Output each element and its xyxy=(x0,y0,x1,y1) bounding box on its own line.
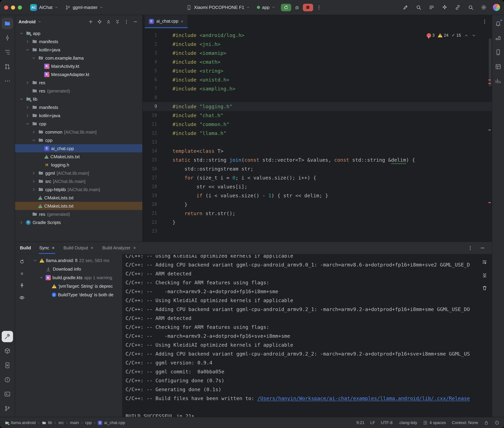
editor-tab-options-icon[interactable] xyxy=(480,17,489,26)
tree-item-src[interactable]: src[AiChat.lib.main] xyxy=(15,177,142,185)
soft-wrap-icon[interactable] xyxy=(480,258,489,266)
tree-item-com-example-llama[interactable]: com.example.llama xyxy=(15,54,142,62)
build-toolwindow-icon[interactable] xyxy=(2,331,13,342)
code-line-9[interactable]: 9#include "logging.h" xyxy=(143,102,492,111)
hide-panel-icon[interactable] xyxy=(131,18,139,25)
structure-view-icon[interactable] xyxy=(427,3,436,12)
chevron-right-icon[interactable] xyxy=(25,113,30,118)
inspections-summary[interactable]: !3!24✓15 xyxy=(427,31,476,40)
code-line-23[interactable]: 23 xyxy=(143,227,492,236)
problems-toolwindow-icon[interactable] xyxy=(2,374,13,385)
minimize-window-button[interactable] xyxy=(11,5,15,9)
terminal-toolwindow-icon[interactable] xyxy=(2,388,13,400)
chevron-right-icon[interactable] xyxy=(31,179,36,183)
code-line-3[interactable]: 3#include <iomanip> xyxy=(143,49,492,58)
code-line-21[interactable]: 21 return str.str(); xyxy=(143,209,492,218)
code-line-8[interactable]: 8 xyxy=(143,93,492,102)
editor-scrollbar[interactable] xyxy=(489,38,491,86)
tree-item-common[interactable]: common[AiChat.lib.main] xyxy=(15,128,142,136)
chevron-down-icon[interactable] xyxy=(18,97,24,101)
tree-item-res[interactable]: res(generated) xyxy=(15,87,142,95)
tree-item-cpp[interactable]: cpp xyxy=(15,120,142,128)
debug-button[interactable] xyxy=(292,3,301,12)
tree-item-messageadapter-kt[interactable]: KMessageAdapter.kt xyxy=(15,70,142,78)
caret-position[interactable]: 9:21 xyxy=(356,420,364,425)
code-line-2[interactable]: 2#include <jni.h> xyxy=(143,40,492,49)
tree-item-lib[interactable]: lib xyxy=(15,95,142,103)
code-line-19[interactable]: 19 if (i < values.size() - 1) { str << d… xyxy=(143,191,492,200)
chevron-right-icon[interactable] xyxy=(25,39,30,44)
warning-count[interactable]: !24 xyxy=(438,31,448,40)
prev-problem-icon[interactable] xyxy=(464,33,469,38)
tree-item-cmakelists-txt[interactable]: CMakeLists.txt xyxy=(15,194,142,202)
code-line-14[interactable]: 14template<class T> xyxy=(143,147,492,156)
commit-toolwindow-icon[interactable] xyxy=(2,32,13,43)
add-icon[interactable] xyxy=(87,18,94,25)
pin-tab-icon[interactable] xyxy=(18,281,26,290)
tree-item-logging-h[interactable]: Hlogging.h xyxy=(15,161,142,169)
structure-toolwindow-icon[interactable] xyxy=(2,47,13,58)
code-line-11[interactable]: 11#include "common.h" xyxy=(143,120,492,129)
chevron-down-icon[interactable] xyxy=(25,48,30,52)
device-selector[interactable]: Xiaomi POCOPHONE F1 xyxy=(184,4,253,11)
ai-edit-icon[interactable] xyxy=(401,3,410,12)
tree-item-res[interactable]: res xyxy=(15,78,142,87)
readonly-toggle[interactable] xyxy=(484,420,489,425)
packages-toolwindow-icon[interactable] xyxy=(2,345,13,357)
code-line-15[interactable]: 15static std::string join(const std::vec… xyxy=(143,156,492,165)
code-line-4[interactable]: 4#include <cmath> xyxy=(143,58,492,66)
chevron-down-icon[interactable] xyxy=(25,121,30,126)
code-line-5[interactable]: 5#include <string> xyxy=(143,66,492,75)
close-tab-icon[interactable]: × xyxy=(181,19,183,24)
next-problem-icon[interactable] xyxy=(472,33,476,38)
console-link[interactable]: /Users/hanyin/Workspace/ai-chat/examples… xyxy=(257,396,470,401)
tree-item-cmakelists-txt[interactable]: CMakeLists.txt xyxy=(15,202,142,210)
code-line-18[interactable]: 18 str << values[i]; xyxy=(143,182,492,191)
project-view-selector[interactable]: Android xyxy=(18,19,36,24)
tree-item-download-info[interactable]: Download info xyxy=(29,265,122,273)
share-link-icon[interactable] xyxy=(453,3,462,12)
tree-item-manifests[interactable]: manifests xyxy=(15,103,142,111)
breadcrumb-cpp[interactable]: cpp xyxy=(85,420,92,425)
tree-item-res[interactable]: res(generated) xyxy=(15,210,142,218)
tree-item-ai-chat-cpp[interactable]: Cai_chat.cpp xyxy=(15,144,142,152)
editor-tab-ai-chat-cpp[interactable]: C ai_chat.cpp × xyxy=(145,15,188,28)
tree-item-mainactivity-kt[interactable]: KMainActivity.kt xyxy=(15,62,142,70)
line-separator[interactable]: LF xyxy=(370,420,375,425)
profile-avatar[interactable] xyxy=(493,4,500,11)
project-toolwindow-icon[interactable] xyxy=(2,18,13,29)
clang-tidy-widget[interactable]: .clang-tidy xyxy=(398,420,417,425)
scroll-to-end-icon[interactable] xyxy=(480,271,489,280)
chevron-right-icon[interactable] xyxy=(25,80,30,85)
panel-options-icon[interactable] xyxy=(122,18,130,25)
breadcrumb-main[interactable]: main xyxy=(70,420,79,425)
app-insights-icon[interactable] xyxy=(493,75,504,87)
close-tab-icon[interactable]: × xyxy=(52,245,55,250)
chevron-right-icon[interactable] xyxy=(31,171,36,175)
chevron-down-icon[interactable] xyxy=(38,20,42,24)
notifications-icon[interactable] xyxy=(493,18,504,29)
build-tab-build-analyzer[interactable]: Build Analyzer× xyxy=(102,242,137,254)
code-line-20[interactable]: 20 } xyxy=(143,200,492,209)
more-toolwindows-icon[interactable] xyxy=(2,75,13,87)
tree-item-ggml[interactable]: ggml[AiChat.lib.main] xyxy=(15,169,142,177)
tree-item-cpp[interactable]: cpp xyxy=(15,136,142,144)
run-button[interactable] xyxy=(281,4,291,11)
chevron-right-icon[interactable] xyxy=(31,187,36,192)
project-selector[interactable]: AC AiChat xyxy=(27,3,61,12)
resource-context[interactable]: Context: None xyxy=(452,420,478,425)
clear-console-icon[interactable] xyxy=(480,284,489,293)
build-console[interactable]: C/C++: -- Using KleidiAI optimized kerne… xyxy=(122,254,492,417)
zoom-window-button[interactable] xyxy=(18,5,22,9)
tree-item-jvmtarget-string-is-deprec[interactable]: !'jvmTarget: String' is deprec xyxy=(29,282,122,290)
file-encoding[interactable]: UTF-8 xyxy=(381,420,393,425)
show-filter-icon[interactable] xyxy=(18,294,26,302)
run-options-button[interactable] xyxy=(315,3,324,12)
code-line-22[interactable]: 22} xyxy=(143,218,492,227)
breadcrumb-ai-chat-cpp[interactable]: Cai_chat.cpp xyxy=(98,420,125,425)
passed-count[interactable]: ✓15 xyxy=(452,31,461,40)
expand-all-icon[interactable] xyxy=(105,18,112,25)
close-tab-icon[interactable]: × xyxy=(91,245,93,250)
rerun-sync-icon[interactable] xyxy=(18,258,26,266)
build-options-icon[interactable] xyxy=(466,243,475,252)
